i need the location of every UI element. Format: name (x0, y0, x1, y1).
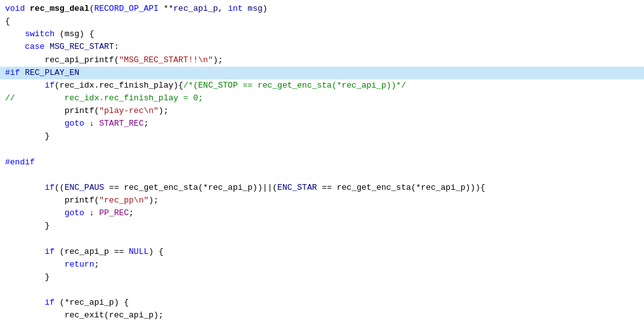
code-line-8: // rec_idx.rec_finish_play = 0; (0, 92, 644, 105)
code-line-17: goto ↓ PP_REC; (0, 207, 644, 220)
code-line-20: if (rec_api_p == NULL) { (0, 246, 644, 258)
code-line-23 (0, 284, 644, 296)
code-line-10: goto ↓ START_REC; (0, 117, 644, 130)
code-line-26: } (0, 322, 644, 325)
code-line-4: case MSG_REC_START: (0, 41, 644, 53)
code-line-24: if (*rec_api_p) { (0, 296, 644, 309)
code-line-13: #endif (0, 156, 644, 169)
code-line-3: switch (msg) { (0, 28, 644, 41)
code-line-14 (0, 169, 644, 182)
code-line-21: return; (0, 258, 644, 271)
code-line-22: } (0, 271, 644, 284)
code-line-12 (0, 143, 644, 156)
code-line-15: if((ENC_PAUS == rec_get_enc_sta(*rec_api… (0, 182, 644, 194)
code-line-11: } (0, 130, 644, 143)
code-line-7: if(rec_idx.rec_finish_play){/*(ENC_STOP … (0, 79, 644, 92)
code-line-9: printf("play-rec\n"); (0, 105, 644, 117)
code-line-1: void rec_msg_deal(RECORD_OP_API **rec_ap… (0, 3, 644, 15)
code-line-25: rec_exit(rec_api_p); (0, 309, 644, 322)
code-container: void rec_msg_deal(RECORD_OP_API **rec_ap… (0, 0, 644, 325)
code-line-18: } (0, 220, 644, 232)
code-line-6: #if REC_PLAY_EN (0, 67, 644, 79)
code-line-16: printf("rec_pp\n"); (0, 194, 644, 207)
code-line-5: rec_api_printf("MSG_REC_START!!\n"); (0, 54, 644, 67)
code-line-19 (0, 233, 644, 246)
code-line-2: { (0, 15, 644, 28)
